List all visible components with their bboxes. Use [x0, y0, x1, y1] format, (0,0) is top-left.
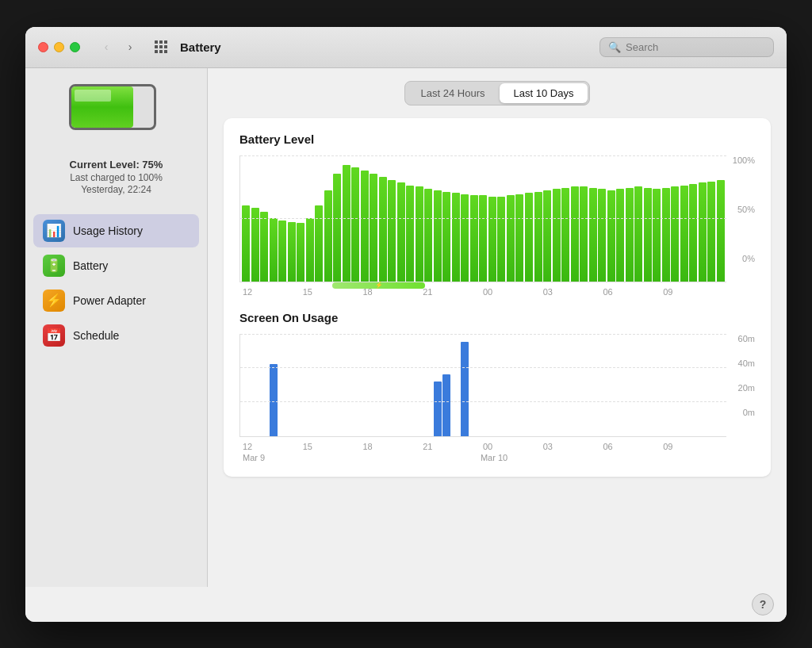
sidebar-item-schedule[interactable]: 📅 Schedule — [33, 319, 199, 352]
battery-level-chart-title: Battery Level — [239, 132, 755, 146]
battery-bar — [671, 186, 679, 281]
battery-bar — [297, 223, 304, 281]
battery-bar — [598, 189, 606, 281]
main-window: ‹ › Battery 🔍 — [25, 27, 787, 622]
battery-bar — [543, 190, 551, 281]
screen-x-label: 09 — [663, 442, 672, 451]
battery-bar — [479, 195, 487, 281]
x-label: 21 — [423, 287, 432, 297]
titlebar: ‹ › Battery 🔍 — [25, 27, 787, 68]
screen-x-label: 06 — [603, 442, 613, 451]
sidebar-item-battery[interactable]: 🔋 Battery — [33, 249, 199, 282]
battery-bar — [242, 205, 250, 281]
current-level-text: Current Level: 75% — [70, 159, 163, 171]
battery-bar — [561, 188, 569, 282]
y-label-50: 50% — [726, 205, 755, 214]
battery-bar — [260, 212, 268, 281]
screen-y-40: 40m — [726, 359, 755, 368]
back-button[interactable]: ‹ — [96, 36, 117, 57]
usage-history-icon: 📊 — [43, 220, 65, 242]
sidebar-nav: 📊 Usage History 🔋 Battery ⚡ Power Adapte… — [25, 205, 207, 352]
battery-bar — [689, 184, 697, 281]
battery-bar — [461, 194, 469, 282]
battery-x-labels: 1215182100030609 — [239, 287, 726, 297]
help-button[interactable]: ? — [752, 593, 774, 615]
battery-icon-container — [69, 84, 164, 140]
battery-bar — [653, 189, 661, 281]
x-label: 12 — [243, 287, 252, 297]
charge-time-label: Yesterday, 22:24 — [81, 184, 151, 195]
battery-bar — [288, 222, 296, 282]
screen-usage-chart-title: Screen On Usage — [239, 311, 755, 324]
battery-bar — [397, 182, 405, 281]
sidebar-item-usage-history[interactable]: 📊 Usage History — [33, 214, 199, 247]
battery-bar — [452, 193, 460, 281]
battery-bar — [662, 188, 670, 282]
screen-usage-chart: 60m 40m 20m 0m — [239, 334, 755, 437]
screen-y-20: 20m — [726, 383, 755, 393]
battery-bar — [278, 220, 286, 281]
tab-last-10-days[interactable]: Last 10 Days — [500, 83, 588, 103]
page-title: Battery — [180, 40, 590, 54]
battery-bar — [488, 197, 496, 282]
y-label-100: 100% — [726, 155, 755, 165]
screen-x-sublabel: Mar 9 — [243, 453, 265, 462]
battery-bar — [699, 182, 707, 281]
screen-x-sublabels: Mar 9Mar 10 — [239, 453, 726, 462]
sidebar-item-battery-label: Battery — [73, 259, 108, 272]
screen-x-label: 18 — [363, 442, 373, 451]
screen-x-sublabel: Mar 10 — [481, 453, 508, 462]
maximize-button[interactable] — [70, 42, 80, 52]
search-input[interactable] — [626, 41, 765, 53]
last-charged-label: Last charged to 100% — [70, 172, 163, 183]
screen-grid-line-60 — [240, 334, 726, 335]
tab-last-24-hours[interactable]: Last 24 Hours — [407, 83, 500, 103]
battery-bar — [324, 190, 332, 281]
sidebar-item-usage-history-label: Usage History — [73, 224, 143, 237]
battery-bar — [379, 177, 387, 282]
battery-bar — [251, 208, 259, 281]
tab-group: Last 24 Hours Last 10 Days — [404, 81, 591, 105]
battery-bar — [343, 165, 350, 281]
battery-reflection — [75, 90, 112, 102]
sidebar-item-power-adapter-label: Power Adapter — [73, 294, 146, 307]
screen-x-label: 03 — [543, 442, 553, 451]
x-label: 00 — [483, 287, 492, 297]
close-button[interactable] — [38, 42, 48, 52]
battery-bar — [616, 189, 624, 281]
battery-fill — [71, 86, 133, 128]
search-icon: 🔍 — [608, 41, 621, 53]
battery-bar — [434, 190, 442, 281]
battery-bar — [361, 171, 369, 282]
battery-bar — [315, 205, 323, 281]
nav-buttons: ‹ › — [96, 36, 140, 57]
battery-bar — [370, 174, 377, 281]
battery-bar — [607, 190, 615, 281]
screen-bar — [434, 382, 442, 436]
x-label: 03 — [543, 287, 553, 297]
battery-bar — [416, 186, 423, 281]
battery-nav-icon: 🔋 — [43, 255, 65, 277]
battery-bar — [351, 167, 359, 281]
battery-bar — [306, 218, 314, 282]
battery-bar — [424, 189, 432, 281]
screen-bar — [461, 342, 469, 435]
battery-bar — [442, 192, 450, 282]
content-area: Current Level: 75% Last charged to 100% … — [25, 68, 787, 587]
battery-bar — [470, 195, 478, 281]
battery-bar — [406, 186, 414, 282]
forward-button[interactable]: › — [120, 36, 140, 57]
battery-terminal — [155, 99, 156, 115]
grid-icon[interactable] — [155, 40, 167, 53]
sidebar-item-power-adapter[interactable]: ⚡ Power Adapter — [33, 284, 199, 317]
battery-bar — [580, 186, 588, 281]
screen-grid-line-40 — [240, 367, 726, 368]
minimize-button[interactable] — [54, 42, 64, 52]
screen-x-label: 12 — [243, 442, 252, 451]
screen-grid-lines — [240, 334, 726, 436]
screen-x-label: 15 — [303, 442, 312, 451]
screen-bar — [270, 364, 278, 435]
battery-bar — [515, 194, 523, 282]
battery-bar — [525, 193, 533, 281]
chart-card: Battery Level ⚡ 100% 50% 0% — [224, 118, 771, 477]
